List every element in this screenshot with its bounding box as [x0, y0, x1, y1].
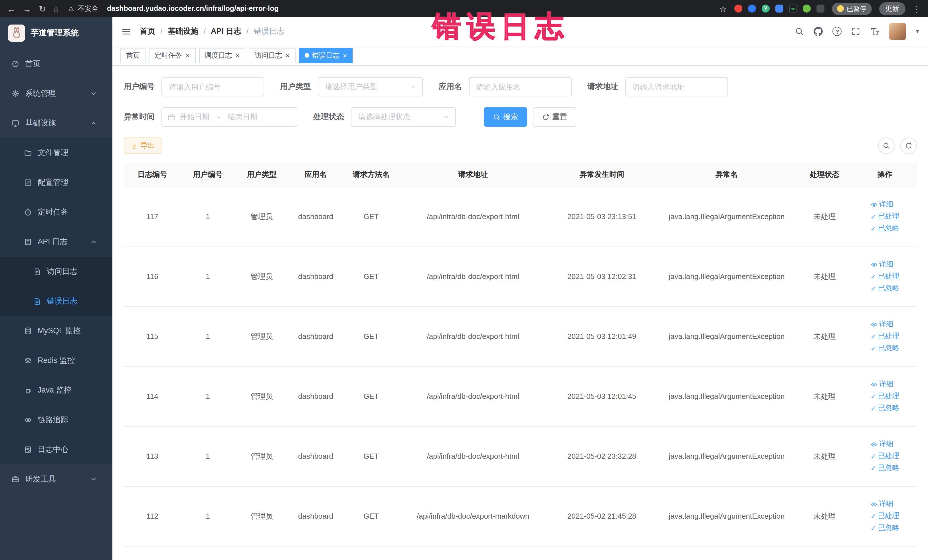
help-icon[interactable]: ? — [833, 27, 842, 36]
sidebar-item-job[interactable]: 定时任务 — [0, 197, 112, 227]
processed-link[interactable]: ✓已处理 — [870, 511, 899, 521]
extension-puzzle-icon[interactable] — [817, 5, 824, 12]
breadcrumb-separator: / — [246, 27, 249, 36]
reload-icon[interactable]: ↻ — [39, 4, 46, 13]
close-icon[interactable]: × — [235, 51, 240, 60]
close-icon[interactable]: × — [185, 51, 190, 60]
close-icon[interactable]: × — [285, 51, 290, 60]
extension-icon[interactable] — [734, 5, 742, 12]
column-header: 用户类型 — [235, 163, 289, 186]
tab-home[interactable]: 首页 — [121, 48, 145, 63]
processed-link[interactable]: ✓已处理 — [870, 331, 899, 341]
sidebar-item-system[interactable]: 系统管理 — [0, 79, 112, 108]
detail-link[interactable]: 详细 — [870, 439, 893, 449]
back-icon[interactable]: ← — [7, 4, 15, 13]
forward-icon[interactable]: → — [23, 4, 31, 13]
ignored-link[interactable]: ✓已忽略 — [870, 224, 899, 233]
sidebar-item-log-center[interactable]: 日志中心 — [0, 435, 112, 464]
sidebar-item-file[interactable]: 文件管理 — [0, 138, 112, 168]
sidebar-item-api-log[interactable]: API 日志 — [0, 227, 112, 257]
security-label[interactable]: 不安全 — [78, 4, 98, 14]
fullscreen-icon[interactable] — [852, 27, 861, 36]
sidebar-item-config[interactable]: 配置管理 — [0, 168, 112, 197]
ignored-link[interactable]: ✓已忽略 — [870, 403, 899, 413]
extension-icon[interactable] — [748, 5, 756, 12]
bookmark-star-icon[interactable]: ☆ — [719, 4, 727, 13]
extension-icon[interactable] — [775, 5, 783, 12]
sidebar-item-label: Redis 监控 — [38, 356, 75, 366]
sidebar-item-label: MySQL 监控 — [38, 326, 81, 336]
sidebar-item-home[interactable]: 首页 — [0, 49, 112, 79]
menu-dots-icon[interactable]: ⋮ — [913, 4, 921, 13]
column-header: 异常名 — [657, 163, 796, 186]
update-button[interactable]: 更新 — [879, 2, 905, 15]
logo[interactable]: 芋道管理系统 — [0, 17, 112, 49]
ignored-link[interactable]: ✓已忽略 — [870, 463, 899, 473]
caret-down-icon[interactable]: ▾ — [916, 29, 919, 34]
search-button[interactable]: 搜索 — [484, 107, 527, 127]
table-row: 1131管理员dashboardGET/api/infra/db-doc/exp… — [124, 426, 917, 486]
tab-error-log[interactable]: 错误日志× — [299, 48, 353, 63]
user-type-select[interactable]: 请选择用户类型 — [318, 77, 423, 96]
app-name-input[interactable] — [469, 77, 571, 96]
search-icon[interactable] — [795, 27, 804, 36]
sidebar-item-java[interactable]: Java 监控 — [0, 375, 112, 405]
user-avatar[interactable] — [889, 23, 906, 40]
request-url-input[interactable] — [625, 77, 728, 96]
active-tab-dot — [305, 53, 309, 58]
sidebar-item-infra[interactable]: 基础设施 — [0, 108, 112, 138]
exception-time-range[interactable]: 开始日期 - 结束日期 — [162, 107, 297, 127]
sidebar-item-dev-tools[interactable]: 研发工具 — [0, 464, 112, 494]
url-text[interactable]: dashboard.yudao.iocoder.cn/infra/log/api… — [107, 5, 278, 12]
toggle-search-button[interactable] — [878, 137, 894, 154]
tab-access-log[interactable]: 访问日志× — [249, 48, 295, 63]
export-button[interactable]: 导出 — [124, 137, 162, 154]
cell-user-type: 管理员 — [235, 426, 289, 486]
sidebar-item-trace[interactable]: 链路追踪 — [0, 405, 112, 435]
processed-link[interactable]: ✓已处理 — [870, 212, 899, 221]
sidebar-item-error-log[interactable]: 错误日志 — [0, 287, 112, 316]
font-size-icon[interactable] — [870, 27, 879, 36]
close-icon[interactable]: × — [343, 51, 347, 60]
github-icon[interactable] — [814, 27, 823, 36]
action-label: 已处理 — [878, 391, 899, 401]
home-icon[interactable]: ⌂ — [53, 4, 58, 13]
processed-link[interactable]: ✓已处理 — [870, 391, 899, 401]
detail-link[interactable]: 详细 — [870, 319, 893, 329]
ignored-link[interactable]: ✓已忽略 — [870, 343, 899, 353]
cell-exception: java.lang.IllegalArgumentException — [657, 246, 796, 307]
address-bar[interactable]: ⚠ 不安全 dashboard.yudao.iocoder.cn/infra/l… — [66, 4, 712, 14]
dashboard-icon — [11, 60, 20, 68]
cell-actions: 详细✓已处理✓已忽略 — [853, 366, 917, 426]
hamburger-icon[interactable] — [122, 26, 131, 36]
ignored-link[interactable]: ✓已忽略 — [870, 284, 899, 293]
eye-icon — [870, 381, 877, 388]
sidebar-item-access-log[interactable]: 访问日志 — [0, 257, 112, 287]
ignored-link[interactable]: ✓已忽略 — [870, 523, 899, 533]
tab-job[interactable]: 定时任务× — [149, 48, 195, 63]
breadcrumb-item[interactable]: 首页 — [140, 26, 155, 37]
breadcrumb-item[interactable]: 基础设施 — [168, 26, 198, 37]
detail-link[interactable]: 详细 — [870, 379, 893, 389]
vue-devtools-extension-icon[interactable]: V — [762, 5, 770, 12]
tab-job-log[interactable]: 调度日志× — [199, 48, 245, 63]
extension-icon[interactable]: on — [789, 5, 797, 12]
refresh-table-button[interactable] — [900, 137, 917, 154]
detail-link[interactable]: 详细 — [870, 499, 893, 509]
paused-badge[interactable]: 已暂停 — [832, 3, 872, 15]
check-icon: ✓ — [870, 465, 876, 471]
sidebar-item-mysql[interactable]: MySQL 监控 — [0, 316, 112, 346]
processed-link[interactable]: ✓已处理 — [870, 451, 899, 461]
process-status-select[interactable]: 请选择处理状态 — [351, 107, 456, 127]
reset-button[interactable]: 重置 — [533, 107, 576, 127]
detail-link[interactable]: 详细 — [870, 259, 893, 269]
user-id-input[interactable] — [162, 77, 264, 96]
sidebar-item-label: 首页 — [25, 59, 41, 69]
processed-link[interactable]: ✓已处理 — [870, 272, 899, 281]
filter-row: 异常时间 开始日期 - 结束日期 处理状态 请选择处理状态 — [124, 107, 917, 127]
action-label: 详细 — [879, 439, 893, 449]
detail-link[interactable]: 详细 — [870, 200, 893, 209]
extension-icon[interactable] — [803, 5, 811, 12]
breadcrumb-item[interactable]: API 日志 — [211, 26, 241, 37]
sidebar-item-redis[interactable]: Redis 监控 — [0, 346, 112, 375]
